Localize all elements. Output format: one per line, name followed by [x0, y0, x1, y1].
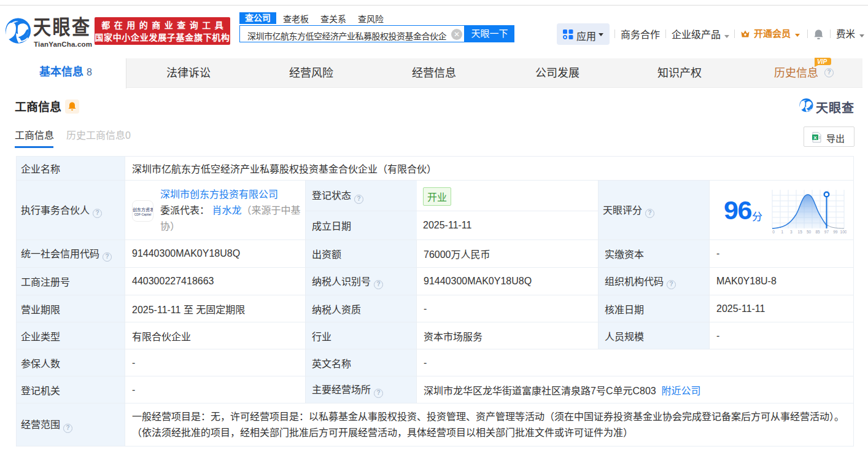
svg-text:15: 15 — [798, 230, 803, 234]
svg-text:VIP: VIP — [817, 58, 827, 65]
svg-text:1: 1 — [781, 230, 784, 234]
svg-text:100: 100 — [840, 230, 847, 234]
svg-text:50: 50 — [807, 230, 812, 234]
svg-text:X: X — [813, 135, 817, 141]
svg-text:97: 97 — [824, 230, 829, 234]
svg-text:85: 85 — [815, 230, 820, 234]
svg-text:3: 3 — [790, 230, 792, 234]
svg-text:0: 0 — [772, 230, 775, 234]
svg-text:99: 99 — [833, 230, 838, 234]
